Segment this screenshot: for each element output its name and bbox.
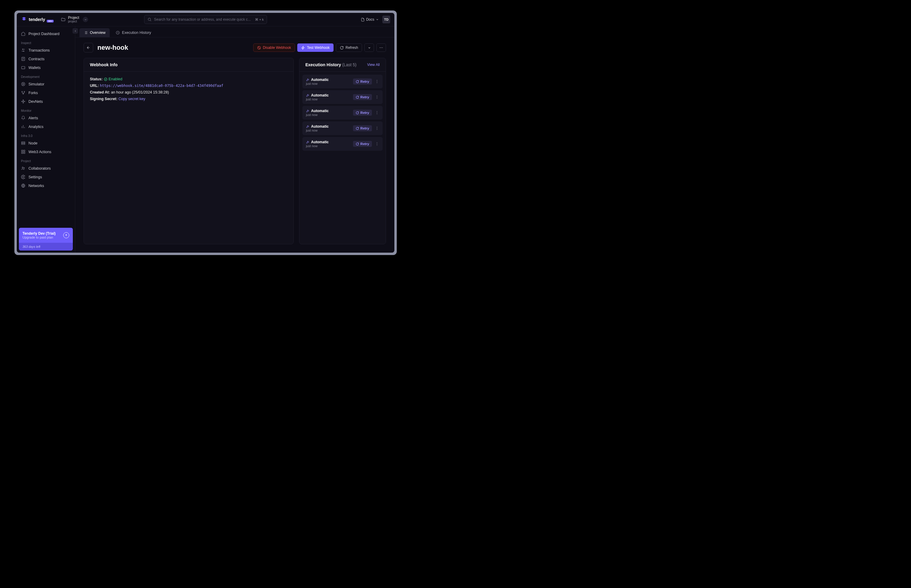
wrench-icon xyxy=(306,109,310,113)
svg-point-39 xyxy=(377,142,377,143)
project-name: Project xyxy=(68,16,79,20)
home-icon xyxy=(21,31,26,36)
project-switcher[interactable]: Project project xyxy=(61,16,88,23)
sidebar-item-simulator[interactable]: Simulator xyxy=(17,80,75,89)
execution-history-card: Execution History (Last 5) View All Auto… xyxy=(299,58,386,244)
retry-button[interactable]: Retry xyxy=(353,141,372,147)
svg-point-18 xyxy=(24,168,24,168)
gear-icon xyxy=(21,175,26,179)
sidebar-heading: Inspect xyxy=(17,38,75,46)
svg-rect-15 xyxy=(22,152,23,153)
forks-icon xyxy=(21,90,26,95)
sidebar-item-alerts[interactable]: Alerts xyxy=(17,113,75,122)
sidebar-item-collaborators[interactable]: Collaborators xyxy=(17,164,75,173)
sidebar-item-wallets[interactable]: Wallets xyxy=(17,63,75,72)
sidebar-item-node[interactable]: Node xyxy=(17,139,75,147)
item-menu-button[interactable] xyxy=(375,95,379,99)
collaborators-icon xyxy=(21,166,26,171)
execution-type: Automatic xyxy=(311,124,329,129)
upgrade-banner[interactable]: Tenderly Dev (Trial) Upgrade to paid pla… xyxy=(19,228,73,250)
node-icon xyxy=(21,141,26,145)
folder-icon xyxy=(61,17,66,22)
svg-point-32 xyxy=(377,98,377,99)
wrench-icon xyxy=(306,140,310,144)
refresh-icon xyxy=(356,95,359,99)
webhook-info-card: Webhook Info Status: Enabled URL: https:… xyxy=(84,58,294,244)
sidebar-item-dashboard[interactable]: Project Dashboard xyxy=(17,29,75,38)
execution-item[interactable]: Automatic just now Retry xyxy=(302,90,383,104)
execution-type: Automatic xyxy=(311,78,329,82)
sidebar-item-forks[interactable]: Forks xyxy=(17,89,75,97)
card-heading: Webhook Info xyxy=(84,58,293,72)
svg-point-36 xyxy=(377,127,377,128)
url-value[interactable]: https://webhook.site/4881dca0-075b-422a-… xyxy=(100,84,223,88)
tab-label: Overview xyxy=(90,31,105,35)
retry-button[interactable]: Retry xyxy=(353,110,372,116)
user-avatar[interactable]: TD xyxy=(382,16,390,23)
execution-time: just now xyxy=(306,97,329,101)
item-menu-button[interactable] xyxy=(375,111,379,115)
status-label: Status: xyxy=(90,77,102,81)
sidebar-item-contracts[interactable]: Contracts xyxy=(17,55,75,63)
url-row: URL: https://webhook.site/4881dca0-075b-… xyxy=(90,84,288,88)
docs-link[interactable]: Docs xyxy=(361,18,379,22)
sidebar-heading: Project xyxy=(17,156,75,164)
execution-item[interactable]: Automatic just now Retry xyxy=(302,74,383,89)
sidebar-item-networks[interactable]: Networks xyxy=(17,181,75,190)
tab-overview[interactable]: Overview xyxy=(79,28,110,37)
svg-point-30 xyxy=(377,95,377,96)
sidebar-heading: Infra 3.0 xyxy=(17,131,75,139)
sidebar-collapse-button[interactable] xyxy=(73,28,78,34)
refresh-button[interactable]: Refresh xyxy=(336,44,362,52)
docs-label: Docs xyxy=(366,18,374,22)
disable-webhook-button[interactable]: Disable Webhook xyxy=(253,44,295,52)
sidebar-heading: Monitor xyxy=(17,106,75,113)
retry-label: Retry xyxy=(360,126,369,130)
brand-logo[interactable]: tenderly DEV xyxy=(21,16,53,23)
item-menu-button[interactable] xyxy=(375,79,379,84)
refresh-dropdown-button[interactable] xyxy=(364,44,374,52)
lightning-icon xyxy=(301,46,305,50)
search-input[interactable]: ⌘ + k xyxy=(144,15,267,24)
clock-icon xyxy=(116,31,120,35)
copy-secret-link[interactable]: Copy secret key xyxy=(118,97,145,101)
svg-rect-11 xyxy=(22,142,25,143)
item-menu-button[interactable] xyxy=(375,126,379,130)
sidebar-item-analytics[interactable]: Analytics xyxy=(17,122,75,131)
tabs: Overview Execution History xyxy=(75,26,394,37)
sidebar-item-settings[interactable]: Settings xyxy=(17,173,75,181)
sidebar-item-web3-actions[interactable]: Web3 Actions xyxy=(17,147,75,156)
button-label: Refresh xyxy=(346,45,358,50)
retry-button[interactable]: Retry xyxy=(353,79,372,84)
sidebar-item-transactions[interactable]: Transactions xyxy=(17,46,75,55)
refresh-icon xyxy=(356,111,359,115)
back-button[interactable] xyxy=(84,43,93,52)
test-webhook-button[interactable]: Test Webhook xyxy=(297,44,334,52)
card-heading-suffix: (Last 5) xyxy=(342,62,356,67)
svg-point-34 xyxy=(377,112,377,113)
sidebar-item-devnets[interactable]: DevNets xyxy=(17,97,75,106)
search-field[interactable] xyxy=(154,18,253,22)
svg-point-9 xyxy=(23,100,24,101)
sidebar-item-label: Settings xyxy=(29,175,42,179)
execution-type: Automatic xyxy=(311,140,329,144)
item-menu-button[interactable] xyxy=(375,142,379,146)
execution-item[interactable]: Automatic just now Retry xyxy=(302,106,383,120)
execution-item[interactable]: Automatic just now Retry xyxy=(302,121,383,135)
view-all-link[interactable]: View All xyxy=(367,63,380,67)
svg-point-29 xyxy=(377,82,377,83)
chevron-down-icon xyxy=(376,18,379,21)
tab-execution-history[interactable]: Execution History xyxy=(111,28,155,37)
more-actions-button[interactable] xyxy=(376,44,386,52)
created-label: Created At: xyxy=(90,90,110,94)
svg-point-35 xyxy=(377,113,377,114)
page-title: new-hook xyxy=(97,44,128,52)
svg-point-28 xyxy=(377,81,377,82)
dots-horizontal-icon xyxy=(379,45,383,50)
retry-button[interactable]: Retry xyxy=(353,94,372,100)
retry-button[interactable]: Retry xyxy=(353,125,372,131)
created-value: an hour ago (25/01/2024 15:38:28) xyxy=(111,90,169,94)
refresh-icon xyxy=(356,80,359,83)
upgrade-title: Tenderly Dev (Trial) xyxy=(23,231,55,236)
execution-item[interactable]: Automatic just now Retry xyxy=(302,137,383,151)
